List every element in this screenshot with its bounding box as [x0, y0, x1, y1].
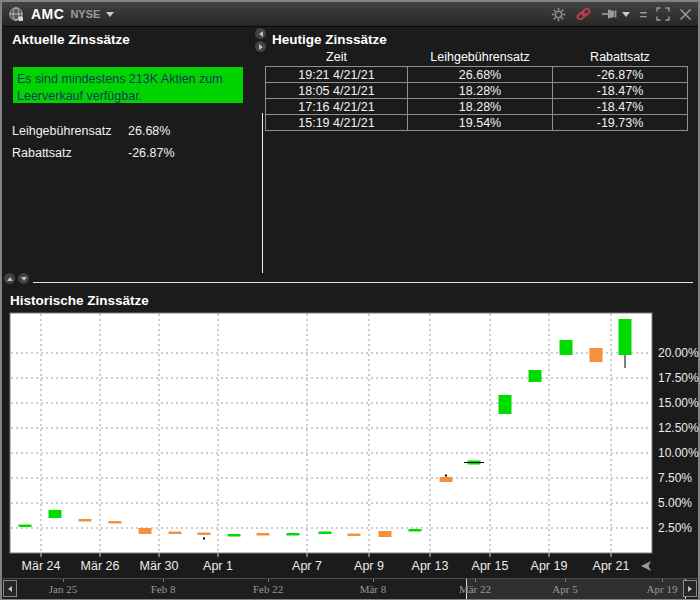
table-cell: 15:19 4/21/21	[266, 115, 408, 131]
table-cell: -18.47%	[553, 83, 688, 99]
fee-rate-value: 26.68%	[128, 124, 170, 138]
y-axis-label: 15.00%	[658, 396, 699, 410]
scrollbar-date-label: Feb 22	[253, 583, 283, 595]
table-cell: 18.28%	[408, 99, 553, 115]
panel-left-arrow-button[interactable]	[255, 28, 266, 39]
ticker-symbol: AMC	[31, 6, 64, 22]
table-cell: 17:16 4/21/21	[266, 99, 408, 115]
history-rates-title: Historische Zinssätze	[10, 293, 149, 308]
candle	[348, 534, 361, 537]
scrollbar-date-label: Apr 19	[647, 583, 678, 595]
title-bar: AMC NYSE	[2, 2, 698, 27]
candle	[560, 340, 573, 355]
scrollbar-tick	[565, 579, 566, 582]
scrollbar-date-label: Apr 5	[552, 583, 577, 595]
right-arrow-icon	[688, 586, 692, 592]
pin-caret-down-icon[interactable]	[622, 12, 630, 17]
y-axis-label: 17.50%	[658, 371, 699, 385]
table-cell: 18.28%	[408, 83, 553, 99]
scrollbar-tick	[163, 579, 164, 582]
rebate-rate-label: Rabattsatz	[12, 146, 72, 160]
candle	[169, 532, 182, 535]
short-rate-window: AMC NYSE	[0, 0, 700, 600]
pin-icon[interactable]	[601, 7, 630, 21]
column-header: Rabattsatz	[553, 50, 688, 67]
scrollbar-tick	[662, 579, 663, 582]
up-arrow-icon	[7, 277, 13, 281]
x-axis-label: Mär 30	[140, 559, 179, 573]
maximize-icon[interactable]	[656, 7, 670, 21]
scrollbar-date-label: Mär 22	[459, 583, 491, 595]
left-arrow-icon	[8, 586, 12, 592]
x-axis-label: Apr 1	[203, 559, 233, 573]
scrollbar-left-arrow-button[interactable]	[3, 580, 17, 597]
y-axis-label: 12.50%	[658, 421, 699, 435]
table-row[interactable]: 17:16 4/21/2118.28%-18.47%	[266, 99, 688, 115]
y-axis-label: 10.00%	[658, 446, 699, 460]
candle	[19, 525, 32, 528]
scrollbar-tick	[268, 579, 269, 582]
candle	[379, 531, 392, 537]
candle	[619, 319, 632, 355]
x-axis-label: Apr 9	[354, 559, 384, 573]
candle	[49, 510, 62, 518]
y-axis-label: 2.50%	[658, 521, 692, 535]
x-axis-label: Mär 24	[22, 559, 61, 573]
today-rates-title: Heutige Zinssätze	[272, 32, 387, 47]
candle	[139, 528, 152, 534]
candle	[257, 533, 270, 536]
candle	[228, 534, 241, 537]
table-cell: -19.73%	[553, 115, 688, 131]
candle	[529, 370, 542, 382]
table-row[interactable]: 18:05 4/21/2118.28%-18.47%	[266, 83, 688, 99]
candle	[319, 532, 332, 535]
candle	[79, 519, 92, 522]
column-header: Zeit	[266, 50, 408, 67]
table-row[interactable]: 15:19 4/21/2119.54%-19.73%	[266, 115, 688, 131]
exchange-label: NYSE	[70, 8, 100, 20]
rebate-rate-value: -26.87%	[128, 146, 175, 160]
scrollbar-tick	[475, 579, 476, 582]
shares-available-alert: Es sind mindestens 213K Aktien zum Leerv…	[13, 67, 243, 103]
table-cell: -26.87%	[553, 67, 688, 83]
ticker-caret-down-icon[interactable]	[106, 12, 114, 17]
candle	[499, 395, 512, 414]
table-cell: 19:21 4/21/21	[266, 67, 408, 83]
close-icon[interactable]	[679, 8, 692, 21]
table-cell: 26.68%	[408, 67, 553, 83]
splitter-down-button[interactable]	[18, 273, 29, 284]
fee-rate-label: Leihgebührensatz	[12, 124, 111, 138]
splitter-up-button[interactable]	[4, 273, 15, 284]
candle	[287, 533, 300, 536]
mouse-cursor	[641, 561, 651, 571]
scrollbar-right-arrow-button[interactable]	[683, 580, 697, 597]
scrollbar-tick	[63, 579, 64, 582]
minimize-icon[interactable]: =	[639, 8, 647, 21]
current-rates-title: Aktuelle Zinssätze	[12, 32, 130, 47]
x-axis-label: Apr 13	[412, 559, 449, 573]
y-axis-label: 5.00%	[658, 496, 692, 510]
scrollbar-date-label: Feb 8	[151, 583, 176, 595]
down-arrow-icon	[21, 277, 27, 281]
y-axis-label: 7.50%	[658, 471, 692, 485]
table-cell: -18.47%	[553, 99, 688, 115]
x-axis-label: Apr 21	[593, 559, 630, 573]
scrollbar-tick	[373, 579, 374, 582]
x-axis-label: Mär 26	[81, 559, 120, 573]
candle	[109, 521, 122, 524]
time-scrollbar[interactable]: Jan 25Feb 8Feb 22Mär 8Mär 22Apr 5Apr 19	[2, 578, 698, 599]
link-icon[interactable]	[575, 6, 592, 22]
today-rates-table: ZeitLeihgebührensatzRabattsatz 19:21 4/2…	[265, 50, 688, 131]
gear-icon[interactable]	[551, 7, 566, 22]
candle	[409, 529, 422, 532]
y-axis-label: 20.00%	[658, 346, 699, 360]
right-arrow-icon	[259, 44, 263, 50]
panel-divider	[262, 113, 263, 273]
table-cell: 18:05 4/21/21	[266, 83, 408, 99]
history-rate-chart[interactable]: 2.50%5.00%7.50%10.00%12.50%15.00%17.50%2…	[0, 310, 700, 578]
left-arrow-icon	[259, 31, 263, 37]
candle	[590, 348, 603, 362]
table-row[interactable]: 19:21 4/21/2126.68%-26.87%	[266, 67, 688, 83]
candle	[198, 533, 211, 536]
scrollbar-date-label: Mär 8	[360, 583, 387, 595]
